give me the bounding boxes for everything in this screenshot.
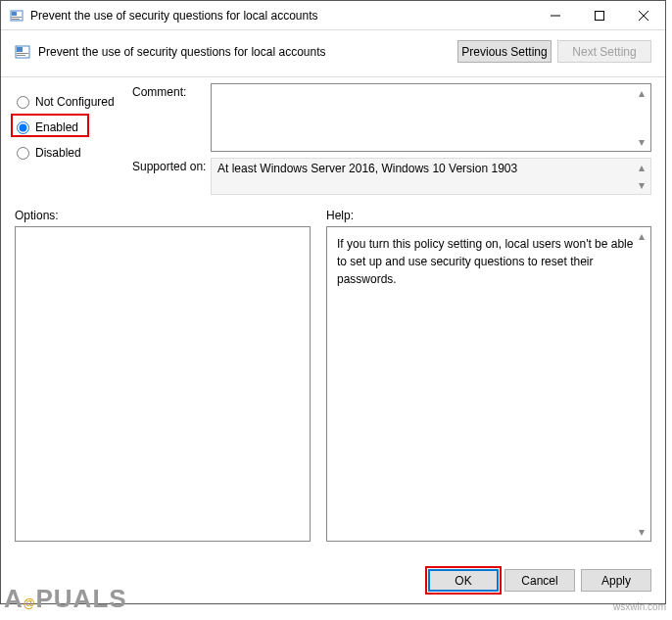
policy-icon	[15, 44, 30, 60]
radio-enabled-input[interactable]	[17, 121, 29, 134]
header-label: Prevent the use of security questions fo…	[38, 45, 452, 59]
next-setting-button: Next Setting	[557, 40, 651, 63]
policy-icon	[9, 8, 24, 24]
ok-wrap: OK	[428, 569, 499, 592]
maximize-button[interactable]	[577, 1, 621, 29]
scroll-up-icon: ▴	[634, 160, 649, 175]
radio-enabled-label: Enabled	[35, 120, 78, 134]
options-label: Options:	[15, 209, 326, 222]
svg-rect-2	[12, 17, 22, 18]
previous-setting-button[interactable]: Previous Setting	[457, 40, 552, 63]
apply-button[interactable]: Apply	[581, 569, 651, 592]
supported-value: At least Windows Server 2016, Windows 10…	[217, 162, 517, 175]
supported-row: Supported on: At least Windows Server 20…	[132, 158, 651, 195]
radio-disabled[interactable]: Disabled	[15, 140, 132, 166]
help-panel: If you turn this policy setting on, loca…	[326, 226, 651, 542]
config-area: Not Configured Enabled Disabled Comment:…	[1, 77, 665, 205]
comment-label: Comment:	[132, 83, 211, 152]
close-button[interactable]	[621, 1, 665, 29]
supported-label: Supported on:	[132, 158, 211, 195]
header-row: Prevent the use of security questions fo…	[1, 30, 665, 77]
watermark-right: wsxwin.com	[613, 601, 666, 612]
help-text: If you turn this policy setting on, loca…	[337, 237, 633, 286]
comment-row: Comment: ▴ ▾	[132, 83, 651, 152]
radio-not-configured-input[interactable]	[17, 96, 29, 109]
radio-disabled-label: Disabled	[35, 146, 81, 160]
radio-not-configured-label: Not Configured	[35, 95, 115, 109]
svg-rect-11	[17, 55, 25, 56]
svg-rect-3	[12, 19, 20, 20]
dialog-buttons: OK Cancel Apply	[428, 569, 651, 592]
supported-textbox: At least Windows Server 2016, Windows 10…	[211, 158, 651, 195]
scroll-down-icon[interactable]: ▾	[634, 134, 649, 150]
watermark-left: A@PUALS	[4, 584, 127, 614]
svg-rect-1	[12, 12, 17, 16]
scroll-down-icon: ▾	[634, 177, 649, 193]
fields-column: Comment: ▴ ▾ Supported on: At least Wind…	[132, 83, 651, 201]
lower-labels: Options: Help:	[1, 205, 665, 226]
radio-disabled-input[interactable]	[17, 147, 29, 160]
options-panel	[15, 226, 311, 542]
help-label: Help:	[326, 209, 354, 222]
window-controls	[533, 1, 665, 29]
scroll-up-icon[interactable]: ▴	[634, 85, 649, 101]
radio-not-configured[interactable]: Not Configured	[15, 89, 132, 115]
ok-button[interactable]: OK	[428, 569, 499, 592]
comment-textarea[interactable]: ▴ ▾	[211, 83, 651, 152]
radio-enabled[interactable]: Enabled	[15, 115, 132, 140]
minimize-button[interactable]	[533, 1, 577, 29]
titlebar-text: Prevent the use of security questions fo…	[30, 9, 533, 23]
state-radio-group: Not Configured Enabled Disabled	[15, 83, 132, 201]
titlebar: Prevent the use of security questions fo…	[1, 1, 665, 30]
cancel-button[interactable]: Cancel	[504, 569, 575, 592]
lower-panels: If you turn this policy setting on, loca…	[1, 226, 665, 542]
svg-rect-5	[595, 11, 603, 20]
svg-rect-10	[17, 53, 28, 54]
svg-rect-9	[17, 47, 23, 52]
scroll-up-icon[interactable]: ▴	[634, 228, 649, 244]
scroll-down-icon[interactable]: ▾	[634, 524, 649, 540]
dialog-window: Prevent the use of security questions fo…	[0, 0, 666, 604]
